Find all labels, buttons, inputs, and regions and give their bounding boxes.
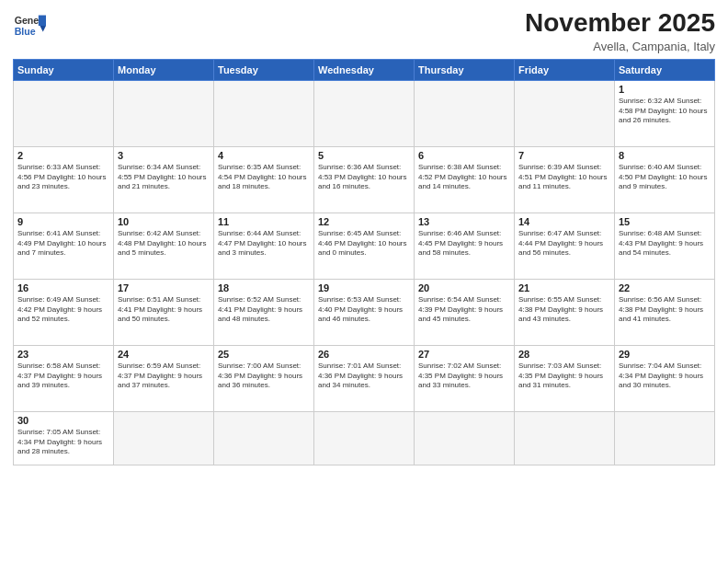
logo: General Blue <box>13 9 46 42</box>
day-number: 17 <box>118 282 210 293</box>
table-row: 16Sunrise: 6:49 AM Sunset: 4:42 PM Dayli… <box>14 279 114 345</box>
day-info: Sunrise: 6:56 AM Sunset: 4:38 PM Dayligh… <box>619 295 711 325</box>
day-info: Sunrise: 6:46 AM Sunset: 4:45 PM Dayligh… <box>418 229 510 259</box>
col-saturday: Saturday <box>615 59 715 80</box>
table-row: 23Sunrise: 6:58 AM Sunset: 4:37 PM Dayli… <box>14 345 114 411</box>
day-info: Sunrise: 7:02 AM Sunset: 4:35 PM Dayligh… <box>418 362 510 391</box>
title-area: November 2025 Avella, Campania, Italy <box>525 9 715 53</box>
table-row <box>314 411 415 465</box>
day-info: Sunrise: 6:55 AM Sunset: 4:38 PM Dayligh… <box>518 295 610 325</box>
day-number: 3 <box>118 150 210 161</box>
day-info: Sunrise: 6:44 AM Sunset: 4:47 PM Dayligh… <box>218 229 310 259</box>
table-row: 5Sunrise: 6:36 AM Sunset: 4:53 PM Daylig… <box>314 146 415 213</box>
col-tuesday: Tuesday <box>214 59 314 80</box>
table-row <box>314 80 415 146</box>
day-number: 12 <box>318 216 410 227</box>
day-number: 14 <box>518 216 610 227</box>
day-info: Sunrise: 6:54 AM Sunset: 4:39 PM Dayligh… <box>418 295 510 325</box>
svg-text:Blue: Blue <box>15 26 36 37</box>
table-row: 22Sunrise: 6:56 AM Sunset: 4:38 PM Dayli… <box>615 279 715 345</box>
day-info: Sunrise: 7:04 AM Sunset: 4:34 PM Dayligh… <box>619 362 711 391</box>
day-number: 29 <box>619 349 711 360</box>
table-row: 10Sunrise: 6:42 AM Sunset: 4:48 PM Dayli… <box>114 213 214 279</box>
calendar-week-row: 2Sunrise: 6:33 AM Sunset: 4:56 PM Daylig… <box>14 146 715 213</box>
table-row: 2Sunrise: 6:33 AM Sunset: 4:56 PM Daylig… <box>14 146 114 213</box>
logo-icon: General Blue <box>13 9 46 42</box>
day-number: 9 <box>17 216 109 227</box>
day-number: 20 <box>418 282 510 293</box>
day-info: Sunrise: 6:41 AM Sunset: 4:49 PM Dayligh… <box>17 229 109 259</box>
day-number: 11 <box>218 216 310 227</box>
day-info: Sunrise: 7:00 AM Sunset: 4:36 PM Dayligh… <box>218 362 310 391</box>
day-info: Sunrise: 6:59 AM Sunset: 4:37 PM Dayligh… <box>118 362 210 391</box>
day-info: Sunrise: 6:53 AM Sunset: 4:40 PM Dayligh… <box>318 295 410 325</box>
day-info: Sunrise: 6:39 AM Sunset: 4:51 PM Dayligh… <box>518 163 610 192</box>
day-number: 10 <box>118 216 210 227</box>
table-row <box>214 80 314 146</box>
day-number: 22 <box>619 282 711 293</box>
table-row <box>114 80 214 146</box>
col-monday: Monday <box>114 59 214 80</box>
calendar-week-row: 16Sunrise: 6:49 AM Sunset: 4:42 PM Dayli… <box>14 279 715 345</box>
header: General Blue November 2025 Avella, Campa… <box>13 9 715 53</box>
table-row <box>515 80 615 146</box>
table-row: 25Sunrise: 7:00 AM Sunset: 4:36 PM Dayli… <box>214 345 314 411</box>
day-info: Sunrise: 6:48 AM Sunset: 4:43 PM Dayligh… <box>619 229 711 259</box>
day-info: Sunrise: 7:01 AM Sunset: 4:36 PM Dayligh… <box>318 362 410 391</box>
subtitle: Avella, Campania, Italy <box>525 40 715 53</box>
day-number: 13 <box>418 216 510 227</box>
table-row <box>14 80 114 146</box>
table-row: 21Sunrise: 6:55 AM Sunset: 4:38 PM Dayli… <box>515 279 615 345</box>
calendar-week-row: 9Sunrise: 6:41 AM Sunset: 4:49 PM Daylig… <box>14 213 715 279</box>
day-number: 19 <box>318 282 410 293</box>
day-number: 25 <box>218 349 310 360</box>
table-row: 9Sunrise: 6:41 AM Sunset: 4:49 PM Daylig… <box>14 213 114 279</box>
table-row: 3Sunrise: 6:34 AM Sunset: 4:55 PM Daylig… <box>114 146 214 213</box>
day-number: 30 <box>17 415 109 426</box>
day-number: 21 <box>518 282 610 293</box>
month-title: November 2025 <box>525 9 715 38</box>
table-row <box>615 411 715 465</box>
table-row: 28Sunrise: 7:03 AM Sunset: 4:35 PM Dayli… <box>515 345 615 411</box>
day-number: 18 <box>218 282 310 293</box>
table-row: 12Sunrise: 6:45 AM Sunset: 4:46 PM Dayli… <box>314 213 415 279</box>
day-number: 28 <box>518 349 610 360</box>
day-number: 16 <box>17 282 109 293</box>
col-thursday: Thursday <box>415 59 515 80</box>
day-number: 24 <box>118 349 210 360</box>
table-row: 15Sunrise: 6:48 AM Sunset: 4:43 PM Dayli… <box>615 213 715 279</box>
day-number: 5 <box>318 150 410 161</box>
table-row: 30Sunrise: 7:05 AM Sunset: 4:34 PM Dayli… <box>14 411 114 465</box>
day-info: Sunrise: 6:49 AM Sunset: 4:42 PM Dayligh… <box>17 295 109 325</box>
day-info: Sunrise: 6:38 AM Sunset: 4:52 PM Dayligh… <box>418 163 510 192</box>
day-info: Sunrise: 6:52 AM Sunset: 4:41 PM Dayligh… <box>218 295 310 325</box>
table-row <box>415 411 515 465</box>
calendar-week-row: 30Sunrise: 7:05 AM Sunset: 4:34 PM Dayli… <box>14 411 715 465</box>
day-number: 26 <box>318 349 410 360</box>
day-info: Sunrise: 6:32 AM Sunset: 4:58 PM Dayligh… <box>619 97 711 126</box>
day-number: 7 <box>518 150 610 161</box>
page: General Blue November 2025 Avella, Campa… <box>0 0 728 563</box>
day-info: Sunrise: 6:47 AM Sunset: 4:44 PM Dayligh… <box>518 229 610 259</box>
table-row <box>415 80 515 146</box>
day-info: Sunrise: 6:33 AM Sunset: 4:56 PM Dayligh… <box>17 163 109 192</box>
day-info: Sunrise: 6:40 AM Sunset: 4:50 PM Dayligh… <box>619 163 711 192</box>
day-number: 2 <box>17 150 109 161</box>
day-info: Sunrise: 6:34 AM Sunset: 4:55 PM Dayligh… <box>118 163 210 192</box>
day-info: Sunrise: 7:05 AM Sunset: 4:34 PM Dayligh… <box>17 428 109 457</box>
table-row: 13Sunrise: 6:46 AM Sunset: 4:45 PM Dayli… <box>415 213 515 279</box>
day-number: 15 <box>619 216 711 227</box>
day-info: Sunrise: 6:45 AM Sunset: 4:46 PM Dayligh… <box>318 229 410 259</box>
day-number: 1 <box>619 84 711 95</box>
table-row: 27Sunrise: 7:02 AM Sunset: 4:35 PM Dayli… <box>415 345 515 411</box>
table-row: 7Sunrise: 6:39 AM Sunset: 4:51 PM Daylig… <box>515 146 615 213</box>
day-info: Sunrise: 6:42 AM Sunset: 4:48 PM Dayligh… <box>118 229 210 259</box>
table-row: 8Sunrise: 6:40 AM Sunset: 4:50 PM Daylig… <box>615 146 715 213</box>
day-number: 6 <box>418 150 510 161</box>
day-info: Sunrise: 7:03 AM Sunset: 4:35 PM Dayligh… <box>518 362 610 391</box>
table-row: 29Sunrise: 7:04 AM Sunset: 4:34 PM Dayli… <box>615 345 715 411</box>
table-row: 18Sunrise: 6:52 AM Sunset: 4:41 PM Dayli… <box>214 279 314 345</box>
table-row: 11Sunrise: 6:44 AM Sunset: 4:47 PM Dayli… <box>214 213 314 279</box>
table-row: 17Sunrise: 6:51 AM Sunset: 4:41 PM Dayli… <box>114 279 214 345</box>
table-row: 19Sunrise: 6:53 AM Sunset: 4:40 PM Dayli… <box>314 279 415 345</box>
